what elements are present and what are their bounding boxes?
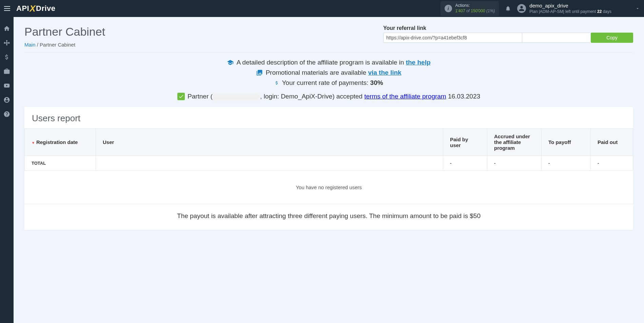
referral-label: Your referral link (383, 25, 633, 31)
graduation-cap-icon (227, 59, 234, 66)
help-link[interactable]: the help (406, 59, 431, 66)
payment-rate: 30% (370, 79, 383, 86)
dollar-icon[interactable] (3, 54, 10, 60)
images-icon (256, 69, 263, 76)
breadcrumb: Main / Partner Cabinet (24, 42, 105, 48)
col-paid-by-user[interactable]: Paid by user (443, 129, 487, 156)
username: demo_apix_drive (529, 2, 611, 9)
home-icon[interactable] (3, 25, 10, 32)
chevron-down-icon (635, 6, 640, 11)
logo[interactable]: APIXDrive (16, 3, 56, 14)
terms-link[interactable]: terms of the affiliate program (364, 93, 446, 100)
youtube-icon[interactable] (3, 82, 10, 89)
plan-info: Plan |ADM-AP-SM| left until payment 22 d… (529, 9, 611, 15)
check-icon (177, 93, 185, 100)
actions-max: 150'000 (471, 8, 485, 13)
actions-counter[interactable]: i Actions: 1'407 of 150'000 (1%) (441, 1, 499, 16)
user-icon[interactable] (3, 96, 10, 103)
main-content: Partner Cabinet Main / Partner Cabinet Y… (14, 17, 644, 238)
briefcase-icon[interactable] (3, 68, 10, 75)
actions-current: 1'407 (455, 8, 465, 13)
breadcrumb-current: Partner Cabinet (40, 42, 75, 48)
empty-message: You have no registered users (24, 171, 633, 204)
sidebar (0, 17, 14, 238)
bell-icon[interactable] (505, 5, 511, 12)
page-title: Partner Cabinet (24, 25, 105, 38)
connections-icon[interactable] (3, 39, 10, 46)
breadcrumb-main[interactable]: Main (24, 42, 36, 48)
col-paid-out[interactable]: Paid out (591, 129, 633, 156)
info-section: A detailed description of the affiliate … (24, 59, 633, 100)
payout-note: The payout is available after attracting… (24, 204, 633, 230)
info-icon: i (445, 5, 452, 12)
referral-blur (522, 33, 590, 43)
dollar-icon-inline (274, 80, 279, 86)
help-icon[interactable] (3, 111, 10, 118)
top-header: APIXDrive i Actions: 1'407 of 150'000 (1… (0, 0, 644, 17)
total-label: TOTAL (25, 156, 96, 171)
users-report-table: ▼Registration date User Paid by user Acc… (24, 128, 633, 171)
partner-name-blur (213, 93, 260, 100)
actions-label: Actions: (455, 3, 495, 8)
col-user[interactable]: User (96, 129, 443, 156)
total-row: TOTAL - - - - (25, 156, 633, 171)
referral-link-input[interactable] (383, 33, 522, 43)
col-to-payoff[interactable]: To payoff (542, 129, 591, 156)
col-accrued[interactable]: Accrued under the affiliate program (487, 129, 542, 156)
users-report-card: Users report ▼Registration date User Pai… (24, 107, 633, 230)
sort-desc-icon: ▼ (32, 141, 35, 145)
avatar-icon (517, 4, 526, 13)
promo-link[interactable]: via the link (368, 69, 401, 76)
report-title: Users report (24, 113, 633, 128)
col-registration-date[interactable]: ▼Registration date (25, 129, 96, 156)
menu-toggle-icon[interactable] (4, 4, 12, 13)
copy-button[interactable]: Copy (591, 33, 633, 43)
user-menu[interactable]: demo_apix_drive Plan |ADM-AP-SM| left un… (517, 2, 640, 14)
